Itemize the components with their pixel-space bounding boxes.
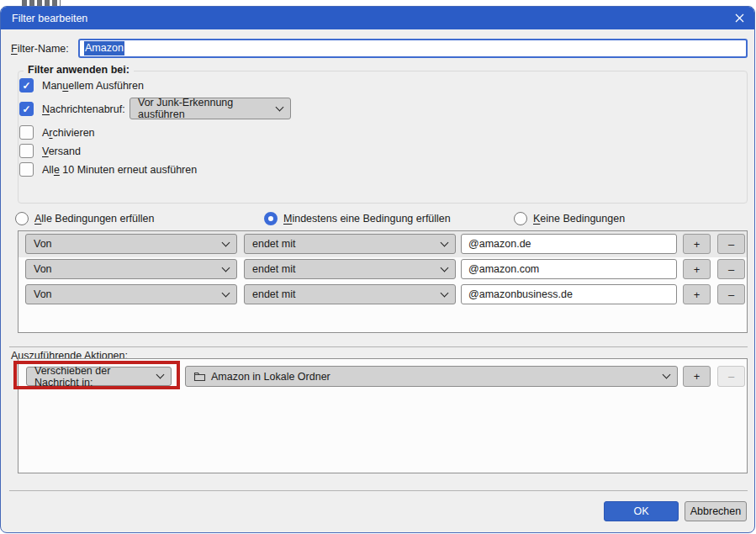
target-folder-value: Amazon in Lokale Ordner [211, 371, 330, 383]
radio-match-any[interactable] [264, 212, 278, 225]
section-divider [9, 346, 748, 347]
add-condition-button[interactable]: + [683, 259, 711, 279]
radio-match-none[interactable] [514, 212, 527, 225]
condition-row: Von endet mit @amazon.de + – [19, 232, 747, 256]
chevron-down-icon [222, 263, 230, 272]
condition-operator-dropdown[interactable]: endet mit [244, 284, 456, 304]
condition-row: Von endet mit @amazonbusiness.de + – [19, 283, 747, 306]
checkbox-label: Archivieren [42, 127, 95, 139]
checkbox-row-sending[interactable]: Versand [19, 144, 81, 158]
checkbox-label: Alle 10 Minuten erneut ausführen [42, 164, 197, 176]
remove-condition-button[interactable]: – [717, 234, 745, 254]
add-condition-button[interactable]: + [683, 234, 711, 254]
condition-row: Von endet mit @amazon.com + – [19, 257, 747, 281]
condition-field-dropdown[interactable]: Von [25, 234, 237, 254]
close-button[interactable] [730, 9, 748, 27]
chevron-down-icon [156, 371, 165, 379]
checkbox-sending[interactable] [19, 144, 34, 158]
filter-name-value: Amazon [84, 41, 124, 56]
action-type-dropdown[interactable]: Verschieben der Nachricht in: [26, 367, 172, 386]
checkbox-manual-run[interactable]: ✓ [19, 78, 34, 93]
radio-row-match-all[interactable]: Alle Bedingungen erfüllen [15, 212, 154, 225]
radio-row-match-none[interactable]: Keine Bedingungen [514, 212, 625, 225]
remove-condition-button[interactable]: – [717, 259, 745, 279]
remove-condition-button[interactable]: – [717, 284, 745, 304]
edit-filter-dialog: Filter bearbeiten Filter-Name: Amazon Fi… [0, 6, 755, 533]
checkbox-label: Manuellem Ausführen [42, 80, 144, 92]
target-folder-dropdown[interactable]: Amazon in Lokale Ordner [185, 366, 678, 387]
radio-label: Mindestens eine Bedingung erfüllen [283, 213, 451, 225]
checkbox-periodic[interactable] [19, 162, 34, 177]
condition-value-input[interactable]: @amazon.com [461, 259, 677, 279]
condition-operator-dropdown[interactable]: endet mit [244, 234, 456, 254]
junk-timing-value: Vor Junk-Erkennung ausführen [138, 97, 270, 120]
conditions-list: Von endet mit @amazon.de + – Von endet m… [18, 230, 748, 333]
condition-value-input[interactable]: @amazon.de [461, 234, 677, 254]
chevron-down-icon [663, 371, 671, 379]
checkbox-row-getting-mail[interactable]: ✓ Nachrichtenabruf: [19, 102, 125, 116]
condition-field-dropdown[interactable]: Von [25, 284, 237, 304]
radio-label: Alle Bedingungen erfüllen [34, 213, 154, 225]
junk-timing-dropdown[interactable]: Vor Junk-Erkennung ausführen [130, 98, 291, 119]
condition-value-input[interactable]: @amazonbusiness.de [461, 284, 677, 304]
chevron-down-icon [441, 263, 449, 272]
checkbox-getting-mail[interactable]: ✓ [19, 102, 34, 116]
cancel-button[interactable]: Abbrechen [685, 501, 747, 521]
chevron-down-icon [222, 288, 230, 297]
radio-row-match-any[interactable]: Mindestens eine Bedingung erfüllen [264, 212, 451, 225]
actions-list: Verschieben der Nachricht in: Amazon in … [18, 358, 748, 473]
condition-field-dropdown[interactable]: Von [25, 259, 237, 279]
checkbox-row-manual-run[interactable]: ✓ Manuellem Ausführen [19, 78, 144, 93]
check-icon: ✓ [22, 103, 30, 115]
checkbox-row-periodic[interactable]: Alle 10 Minuten erneut ausführen [19, 162, 197, 177]
checkbox-label: Versand [42, 145, 81, 157]
add-condition-button[interactable]: + [683, 284, 711, 304]
remove-action-button[interactable]: – [717, 366, 745, 387]
folder-icon [193, 371, 206, 382]
footer-divider [9, 490, 748, 491]
checkbox-archiving[interactable] [19, 125, 34, 140]
apply-when-legend: Filter anwenden bei: [24, 64, 134, 76]
check-icon: ✓ [22, 80, 30, 92]
checkbox-label: Nachrichtenabruf: [42, 103, 125, 115]
checkbox-row-archiving[interactable]: Archivieren [19, 125, 95, 140]
chevron-down-icon [441, 238, 449, 246]
close-icon [735, 13, 744, 23]
filter-name-label: Filter-Name: [11, 43, 69, 55]
condition-operator-dropdown[interactable]: endet mit [244, 259, 456, 279]
dialog-title: Filter bearbeiten [12, 13, 87, 24]
radio-match-all[interactable] [15, 212, 29, 225]
chevron-down-icon [276, 103, 284, 111]
add-action-button[interactable]: + [683, 366, 711, 387]
dialog-titlebar[interactable]: Filter bearbeiten [1, 7, 754, 29]
ok-button[interactable]: OK [604, 501, 679, 521]
filter-name-input[interactable]: Amazon [78, 39, 748, 58]
radio-label: Keine Bedingungen [533, 213, 625, 225]
chevron-down-icon [222, 238, 230, 246]
background-window-text-fragment [22, 0, 61, 6]
chevron-down-icon [441, 288, 449, 297]
